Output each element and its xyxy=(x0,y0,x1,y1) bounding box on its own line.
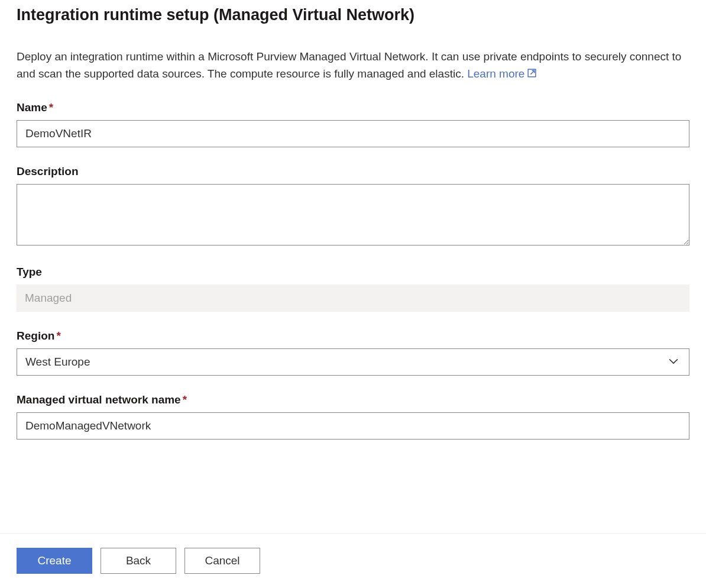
back-button[interactable]: Back xyxy=(101,548,176,574)
learn-more-label: Learn more xyxy=(467,67,524,80)
mvn-name-label: Managed virtual network name* xyxy=(17,393,689,406)
mvn-name-label-text: Managed virtual network name xyxy=(17,393,181,406)
required-indicator: * xyxy=(56,329,60,342)
cancel-button[interactable]: Cancel xyxy=(184,548,260,574)
name-input[interactable] xyxy=(17,120,689,147)
create-button[interactable]: Create xyxy=(17,548,92,574)
footer-bar: Create Back Cancel xyxy=(0,533,706,588)
description-label: Description xyxy=(17,165,689,178)
name-label-text: Name xyxy=(17,101,47,114)
page-title: Integration runtime setup (Managed Virtu… xyxy=(17,6,689,24)
intro-text: Deploy an integration runtime within a M… xyxy=(17,48,689,83)
mvn-name-input[interactable] xyxy=(17,412,689,440)
mvn-name-field-group: Managed virtual network name* xyxy=(17,393,689,440)
intro-body: Deploy an integration runtime within a M… xyxy=(17,50,681,80)
region-label: Region* xyxy=(17,329,689,343)
type-readonly-value: Managed xyxy=(17,285,689,312)
description-textarea[interactable] xyxy=(17,184,689,245)
type-field-group: Type Managed xyxy=(17,266,689,312)
external-link-icon xyxy=(527,66,537,83)
region-select-value: West Europe xyxy=(17,348,689,376)
region-label-text: Region xyxy=(17,329,54,342)
learn-more-link[interactable]: Learn more xyxy=(467,67,537,80)
description-field-group: Description xyxy=(17,165,689,248)
required-indicator: * xyxy=(49,101,53,114)
required-indicator: * xyxy=(183,393,187,406)
region-field-group: Region* West Europe xyxy=(17,329,689,376)
region-select[interactable]: West Europe xyxy=(17,348,689,376)
type-label: Type xyxy=(17,266,689,279)
name-label: Name* xyxy=(17,101,689,114)
name-field-group: Name* xyxy=(17,101,689,147)
